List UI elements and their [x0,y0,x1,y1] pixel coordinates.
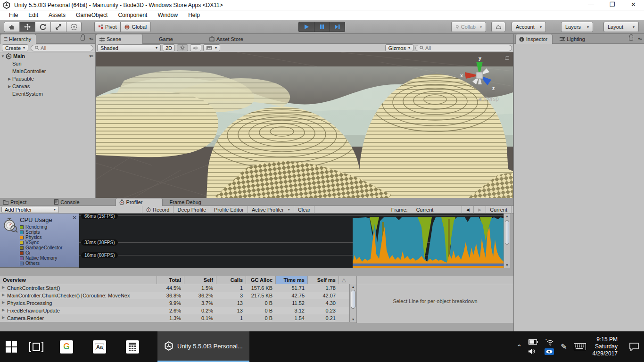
action-center-icon[interactable] [629,343,639,351]
menu-edit[interactable]: Edit [23,12,43,18]
table-scrollbar[interactable]: ▲ ▼ [349,284,356,322]
tab-asset-store[interactable]: Asset Store [206,34,248,44]
tab-game[interactable]: Game [149,34,178,44]
expand-arrow-icon[interactable]: ▶ [7,77,12,81]
lock-icon[interactable] [81,37,85,41]
hand-tool-button[interactable] [4,22,19,32]
scene-audio-toggle[interactable] [190,44,201,51]
tab-profiler[interactable]: Profiler [116,198,163,206]
col-warning-icon[interactable]: △ [339,276,349,284]
layers-dropdown[interactable]: Layers▾ [561,22,593,32]
task-view-button[interactable] [23,331,50,362]
legend-native-memory[interactable]: Native Memory [20,255,79,261]
col-calls[interactable]: Calls [216,276,246,284]
table-scroll-thumb[interactable] [351,290,355,309]
cpu-usage-card[interactable]: ✕ CPU Usage Rendering Scripts Physics VS… [0,214,79,268]
rect-tool-button[interactable] [66,22,82,32]
account-dropdown[interactable]: Account▾ [512,22,546,32]
graph-scroll-thumb[interactable] [505,220,509,245]
panel-menu-icon[interactable]: ▾≡ [638,36,642,41]
expand-arrow-icon[interactable]: ▶ [1,300,6,306]
tray-expand-icon[interactable]: ⌃ [516,343,522,351]
hierarchy-item-maincontroller[interactable]: MainController [0,67,95,75]
col-gc-alloc[interactable]: GC Alloc [246,276,275,284]
scene-search-input[interactable]: All [415,45,512,51]
rotate-tool-button[interactable] [35,22,50,32]
pivot-toggle-button[interactable]: Pivot [94,22,120,32]
maximize-button[interactable]: ❐ [602,0,623,10]
play-button[interactable] [298,22,314,32]
menu-window[interactable]: Window [152,12,183,18]
scene-lighting-toggle[interactable] [177,44,188,51]
legend-scripts[interactable]: Scripts [20,230,79,235]
legend-vsync[interactable]: VSync [20,240,79,245]
record-button[interactable]: Record [142,206,173,214]
pen-tray-icon[interactable]: ✎ [561,342,567,351]
expand-arrow-icon[interactable]: ▶ [1,293,6,298]
scroll-down-icon[interactable]: ▼ [504,263,510,267]
shading-mode-dropdown[interactable]: Shaded▾ [97,44,161,51]
minimize-button[interactable]: — [580,0,602,10]
wifi-icon[interactable]: * [545,339,553,346]
legend-rendering[interactable]: Rendering [20,224,79,230]
menu-help[interactable]: Help [183,12,205,18]
menu-gameobject[interactable]: GameObject [71,12,113,18]
scroll-up-icon[interactable]: ▲ [504,214,510,218]
clock[interactable]: 9:15 PM Saturday 4/29/2017 [593,336,618,357]
step-button[interactable] [330,22,345,32]
menu-assets[interactable]: Assets [43,12,71,18]
close-icon[interactable]: ✕ [72,214,77,221]
scroll-up-icon[interactable]: ▲ [350,285,356,288]
menu-file[interactable]: File [4,12,23,18]
expand-arrow-icon[interactable]: ▶ [1,315,6,321]
expand-arrow-icon[interactable]: ▶ [7,84,12,89]
layout-dropdown[interactable]: Layout▾ [603,22,639,32]
add-profiler-dropdown[interactable]: Add Profiler▾ [1,206,59,213]
current-frame-button[interactable]: Current [486,206,512,214]
volume-icon[interactable] [528,348,537,354]
move-tool-button[interactable] [19,22,35,32]
legend-others[interactable]: Others [20,261,79,266]
hierarchy-item-sun[interactable]: Sun [0,60,95,67]
hierarchy-scene-root[interactable]: ▼ Main ▾≡ [0,52,95,60]
tab-frame-debug[interactable]: Frame Debug [166,198,206,206]
active-profiler-dropdown[interactable]: Active Profiler▾ [248,206,294,214]
google-app-button[interactable]: G [50,331,83,362]
axis-gizmo[interactable]: y x z [459,55,500,96]
tab-lighting[interactable]: Lighting [556,34,590,44]
eye-app-tray-icon[interactable] [545,348,554,355]
hierarchy-item-pausable[interactable]: ▶Pausable [0,75,95,82]
tab-project[interactable]: Project [0,198,31,206]
prev-frame-button[interactable]: ◀ [462,206,474,214]
expand-arrow-icon[interactable]: ▶ [1,285,6,291]
2d-toggle-button[interactable]: 2D [163,44,175,51]
dictionary-app-button[interactable]: Aa [83,331,116,362]
pause-button[interactable] [314,22,330,32]
scene-effects-dropdown[interactable]: ▾ [203,44,220,51]
lock-icon[interactable] [629,37,633,41]
col-self[interactable]: Self [184,276,216,284]
hierarchy-item-canvas[interactable]: ▶Canvas [0,82,95,90]
graph-scrollbar[interactable]: ▲ ▼ [504,214,510,268]
col-self-ms[interactable]: Self ms [307,276,339,284]
legend-garbagecollector[interactable]: GarbageCollector [20,245,79,250]
hierarchy-item-eventsystem[interactable]: EventSystem [0,90,95,98]
battery-icon[interactable] [528,339,538,345]
tab-console[interactable]: Console [51,198,84,206]
perspective-toggle[interactable]: ◄ Persp [477,96,499,102]
legend-gi[interactable]: Gi [20,250,79,255]
touch-keyboard-icon[interactable] [574,343,586,350]
table-row[interactable]: ▶MainController.ChunkChecker() [Coroutin… [0,292,356,299]
collab-dropdown[interactable]: Collab▾ [451,22,486,32]
start-button[interactable] [0,331,23,362]
profile-editor-button[interactable]: Profile Editor [210,206,248,214]
table-row[interactable]: ▶ChunkController.Start() 44.5% 1.5% 1 15… [0,284,356,292]
gizmos-dropdown[interactable]: Gizmos▾ [385,44,413,51]
clear-button[interactable]: Clear [294,206,314,214]
scale-tool-button[interactable] [50,22,66,32]
tab-scene[interactable]: Scene [96,34,143,44]
table-row[interactable]: ▶FixedBehaviourUpdate 2.6% 0.2% 13 0 B 3… [0,307,356,314]
close-button[interactable]: ✕ [623,0,644,10]
scene-viewport[interactable]: y x z ◄ Persp [96,52,513,198]
col-total[interactable]: Total [157,276,184,284]
